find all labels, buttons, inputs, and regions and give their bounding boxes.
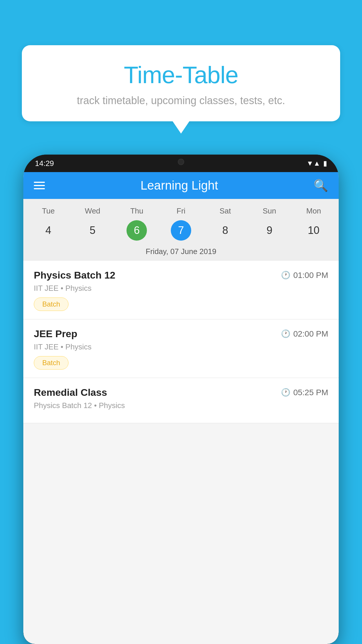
day-headers: Tue Wed Thu Fri Sat Sun Mon [23,204,339,218]
hamburger-menu-icon[interactable] [34,182,45,189]
phone-notch [158,155,204,169]
status-icons: ▼▲ ▮ [306,159,327,167]
day-header-fri: Fri [159,204,203,218]
battery-icon: ▮ [323,159,327,167]
app-title: Learning Light [140,178,218,192]
clock-icon-1: 🕐 [281,271,290,280]
clock-icon-2: 🕐 [281,329,290,338]
date-8[interactable]: 8 [215,220,236,241]
date-10[interactable]: 10 [303,220,324,241]
class-card-physics-batch-12[interactable]: Physics Batch 12 🕐 01:00 PM IIT JEE • Ph… [23,261,339,319]
day-header-tue: Tue [26,204,71,218]
speech-bubble: Time-Table track timetable, upcoming cla… [22,45,340,121]
app-header: Learning Light 🔍 [23,172,339,199]
class-card-header-1: Physics Batch 12 🕐 01:00 PM [34,270,328,281]
class-name-3: Remedial Class [34,387,107,398]
search-icon[interactable]: 🔍 [314,179,328,192]
date-4[interactable]: 4 [38,220,59,241]
batch-tag-2: Batch [34,356,68,370]
class-card-header-3: Remedial Class 🕐 05:25 PM [34,387,328,398]
class-time-2: 🕐 02:00 PM [281,329,328,339]
status-bar: 14:29 ▼▲ ▮ [23,155,339,172]
date-7-selected[interactable]: 7 [171,220,191,241]
bubble-title: Time-Table [39,61,323,89]
day-header-thu: Thu [115,204,159,218]
day-dates: 4 5 6 7 8 9 10 [23,218,339,244]
class-meta-1: IIT JEE • Physics [34,284,328,293]
status-time: 14:29 [35,159,54,168]
calendar-strip: Tue Wed Thu Fri Sat Sun Mon 4 5 6 7 8 9 … [23,199,339,261]
class-name-1: Physics Batch 12 [34,270,115,281]
class-card-jee-prep[interactable]: JEE Prep 🕐 02:00 PM IIT JEE • Physics Ba… [23,319,339,378]
class-meta-3: Physics Batch 12 • Physics [34,401,328,410]
class-time-1: 🕐 01:00 PM [281,271,328,280]
speech-bubble-container: Time-Table track timetable, upcoming cla… [22,45,340,121]
class-time-3: 🕐 05:25 PM [281,388,328,397]
selected-date-label: Friday, 07 June 2019 [23,244,339,261]
day-header-mon: Mon [291,204,336,218]
bubble-subtitle: track timetable, upcoming classes, tests… [39,94,323,107]
day-header-sun: Sun [247,204,292,218]
classes-list: Physics Batch 12 🕐 01:00 PM IIT JEE • Ph… [23,261,339,423]
date-5[interactable]: 5 [82,220,103,241]
class-name-2: JEE Prep [34,328,77,340]
phone-frame: 14:29 ▼▲ ▮ Learning Light 🔍 Tue Wed Thu [23,155,339,644]
class-meta-2: IIT JEE • Physics [34,342,328,351]
class-card-header-2: JEE Prep 🕐 02:00 PM [34,328,328,340]
day-header-wed: Wed [71,204,115,218]
app-screen: Learning Light 🔍 Tue Wed Thu Fri Sat Sun… [23,172,339,644]
camera-dot [178,159,184,165]
wifi-icon: ▼▲ [306,159,320,167]
class-card-remedial[interactable]: Remedial Class 🕐 05:25 PM Physics Batch … [23,378,339,423]
date-6-today[interactable]: 6 [126,220,147,241]
date-9[interactable]: 9 [259,220,280,241]
batch-tag-1: Batch [34,298,68,311]
day-header-sat: Sat [203,204,247,218]
clock-icon-3: 🕐 [281,388,290,397]
